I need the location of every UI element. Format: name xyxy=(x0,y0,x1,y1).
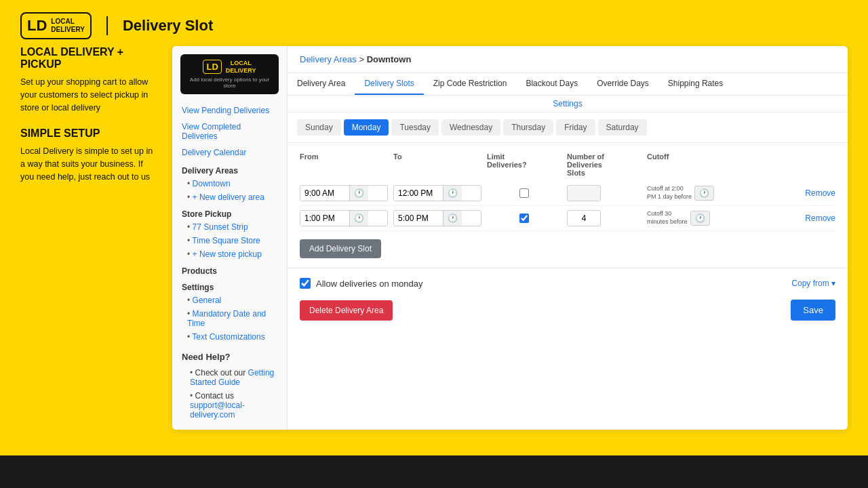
sidebar-logo: LD LOCALDELIVERY Add local delivery opti… xyxy=(180,54,279,94)
from-time-input-1[interactable] xyxy=(300,186,349,201)
from-time-input-2[interactable] xyxy=(300,211,349,226)
col-action xyxy=(781,152,835,177)
cutoff-label-1: Cutoff at 2:00PM 1 day before xyxy=(647,185,692,201)
app-sidebar: LD LOCALDELIVERY Add local delivery opti… xyxy=(172,46,288,430)
tab-blackout-days[interactable]: Blackout Days xyxy=(516,73,587,95)
section1-title: LOCAL DELIVERY + PICKUP xyxy=(20,46,156,70)
remove-link-1[interactable]: Remove xyxy=(781,188,835,198)
sidebar-section-products: Products xyxy=(172,261,287,277)
tab-override-days[interactable]: Override Days xyxy=(587,73,658,95)
tab-shipping-rates[interactable]: Shipping Rates xyxy=(658,73,732,95)
slots-header: From To LimitDeliveries? Number ofDelive… xyxy=(300,152,835,181)
cutoff-btn-2[interactable]: 🕐 xyxy=(690,211,710,226)
tab-zip-code[interactable]: Zip Code Restriction xyxy=(424,73,517,95)
from-time-2[interactable]: 🕐 xyxy=(300,210,388,226)
sidebar-nav-completed[interactable]: View Completed Deliveries xyxy=(172,119,287,144)
sidebar-item-new-delivery[interactable]: + New delivery area xyxy=(172,190,287,204)
section2-title: SIMPLE SETUP xyxy=(20,127,156,140)
to-time-input-2[interactable] xyxy=(394,211,443,226)
from-clock-btn-2[interactable]: 🕐 xyxy=(349,211,368,226)
allow-deliveries-label: Allow deliveries on monday xyxy=(316,279,423,289)
qty-cell-2 xyxy=(567,210,642,226)
sidebar-item-timesquare[interactable]: Time Square Store xyxy=(172,234,287,247)
logo-divider xyxy=(106,16,108,35)
day-tab-tuesday[interactable]: Tuesday xyxy=(391,119,439,136)
cutoff-btn-1[interactable]: 🕐 xyxy=(694,186,714,201)
help-item-contact: Contact us support@local-delivery.com xyxy=(182,389,277,422)
tab-bar: Delivery Area Delivery Slots Zip Code Re… xyxy=(288,73,848,96)
footer-bar xyxy=(0,455,868,488)
logo-text: LOCALDELIVERY xyxy=(51,18,85,34)
sidebar-nav-calendar[interactable]: Delivery Calendar xyxy=(172,144,287,161)
app-title: Delivery Slot xyxy=(123,17,213,35)
table-row: 🕐 🕐 Cutoff 30minutes xyxy=(300,206,835,231)
from-clock-btn-1[interactable]: 🕐 xyxy=(349,186,368,201)
sidebar-item-mandatory-date[interactable]: Mandatory Date and Time xyxy=(172,307,287,330)
sidebar-logo-text: LD LOCALDELIVERY xyxy=(186,60,273,75)
sidebar-item-sunset[interactable]: 77 Sunset Strip xyxy=(172,220,287,234)
remove-link-2[interactable]: Remove xyxy=(781,214,835,223)
sidebar-section-settings: Settings xyxy=(172,277,287,293)
day-tab-saturday[interactable]: Saturday xyxy=(598,119,647,136)
cutoff-label-2: Cutoff 30minutes before xyxy=(647,210,688,226)
copy-from-link[interactable]: Copy from ▾ xyxy=(791,279,835,288)
sidebar-item-downtown[interactable]: Downtown xyxy=(172,177,287,190)
col-to: To xyxy=(393,152,481,177)
save-button[interactable]: Save xyxy=(791,300,835,321)
tab-delivery-slots[interactable]: Delivery Slots xyxy=(355,73,423,95)
limit-checkbox-2[interactable] xyxy=(519,214,529,223)
day-tab-thursday[interactable]: Thursday xyxy=(503,119,553,136)
day-tab-wednesday[interactable]: Wednesday xyxy=(441,119,500,136)
breadcrumb: Delivery Areas > Downtown xyxy=(288,46,848,73)
help-item-guide: Check out our Getting Started Guide xyxy=(182,366,277,389)
limit-checkbox-cell-1 xyxy=(487,188,561,198)
breadcrumb-current: Downtown xyxy=(367,54,412,64)
logo-box: LD LOCALDELIVERY xyxy=(20,12,92,39)
limit-checkbox-1[interactable] xyxy=(519,188,529,198)
day-tab-monday[interactable]: Monday xyxy=(344,119,389,136)
qty-input-1[interactable] xyxy=(567,185,601,201)
support-email-link[interactable]: support@local-delivery.com xyxy=(190,401,245,420)
logo-icon: LD xyxy=(27,17,47,35)
day-tab-friday[interactable]: Friday xyxy=(556,119,595,136)
breadcrumb-area-link[interactable]: Delivery Areas xyxy=(300,54,357,64)
tab-delivery-area[interactable]: Delivery Area xyxy=(288,73,355,95)
add-slot-button[interactable]: Add Delivery Slot xyxy=(300,239,381,258)
allow-deliveries-checkbox[interactable] xyxy=(300,278,311,289)
need-help-title: Need Help? xyxy=(182,352,277,362)
qty-cell-1 xyxy=(567,185,642,201)
col-cutoff: Cutoff xyxy=(647,152,776,177)
to-time-2[interactable]: 🕐 xyxy=(393,210,481,226)
to-time-input-1[interactable] xyxy=(394,186,443,201)
day-tab-bar: Sunday Monday Tuesday Wednesday Thursday… xyxy=(288,113,848,143)
sidebar-item-text-custom[interactable]: Text Customizations xyxy=(172,330,287,344)
qty-input-2[interactable] xyxy=(567,210,601,226)
to-clock-btn-2[interactable]: 🕐 xyxy=(443,211,462,226)
sidebar-nav-pending[interactable]: View Pending Deliveries xyxy=(172,102,287,119)
settings-link[interactable]: Settings xyxy=(288,96,848,113)
sidebar-item-new-store[interactable]: + New store pickup xyxy=(172,247,287,261)
sidebar-section-store-pickup: Store Pickup xyxy=(172,204,287,220)
sidebar-logo-sub: Add local delivery options to your store xyxy=(186,77,273,89)
to-time-1[interactable]: 🕐 xyxy=(393,185,481,201)
section1-body: Set up your shopping cart to allow your … xyxy=(20,76,156,114)
getting-started-link[interactable]: Getting Started Guide xyxy=(190,368,274,387)
col-number: Number ofDeliveriesSlots xyxy=(567,152,642,177)
section2-body: Local Delivery is simple to set up in a … xyxy=(20,145,156,183)
day-tab-sunday[interactable]: Sunday xyxy=(297,119,341,136)
to-clock-btn-1[interactable]: 🕐 xyxy=(443,186,462,201)
table-row: 🕐 🕐 Cutoff at 2:00PM xyxy=(300,181,835,206)
cutoff-cell-1: Cutoff at 2:00PM 1 day before 🕐 xyxy=(647,185,776,201)
cutoff-cell-2: Cutoff 30minutes before 🕐 xyxy=(647,210,776,226)
delete-delivery-area-button[interactable]: Delete Delivery Area xyxy=(300,300,393,321)
from-time-1[interactable]: 🕐 xyxy=(300,185,388,201)
limit-checkbox-cell-2 xyxy=(487,214,561,223)
allow-deliveries-row: Allow deliveries on monday Copy from ▾ xyxy=(300,278,835,289)
col-limit: LimitDeliveries? xyxy=(487,152,561,177)
sidebar-section-delivery-areas: Delivery Areas xyxy=(172,161,287,177)
col-from: From xyxy=(300,152,388,177)
sidebar-item-general[interactable]: General xyxy=(172,293,287,307)
breadcrumb-separator: > xyxy=(359,54,364,64)
